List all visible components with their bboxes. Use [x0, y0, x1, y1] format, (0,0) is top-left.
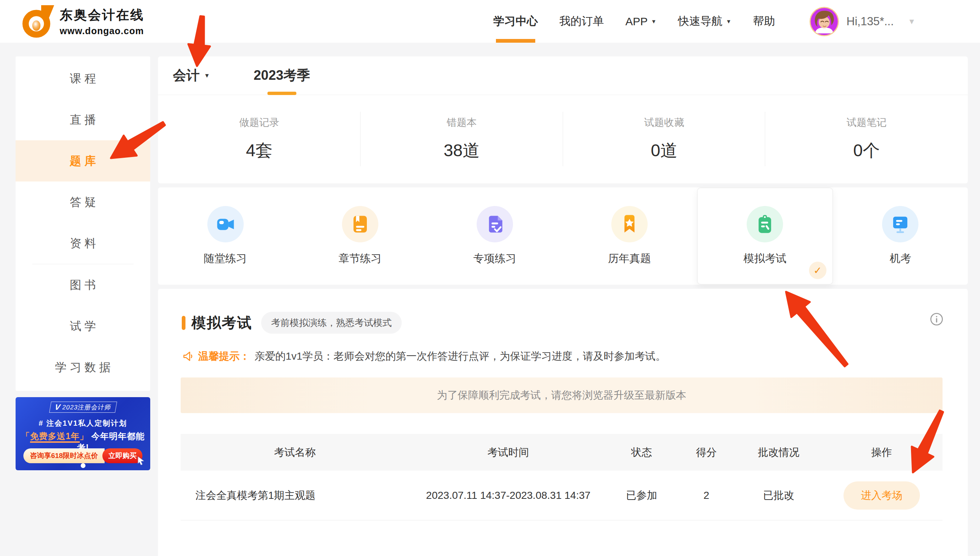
- mode-computer-exam[interactable]: 机考: [833, 187, 968, 284]
- sidebar-item-question-bank[interactable]: 题 库: [16, 140, 150, 181]
- avatar[interactable]: [809, 6, 839, 36]
- selected-check-icon: ✓: [809, 262, 827, 279]
- book-icon: [342, 206, 378, 242]
- consult-button[interactable]: 咨询享618限时冰点价: [23, 448, 105, 463]
- nav-label: 学习中心: [493, 14, 538, 29]
- mode-chapter-practice[interactable]: 章节练习: [293, 187, 427, 284]
- tip-row: 温馨提示： 亲爱的1v1学员：老师会对您的第一次作答进行点评，为保证学习进度，请…: [182, 349, 968, 364]
- header-score: 得分: [676, 445, 737, 459]
- mode-label: 历年真题: [608, 251, 651, 266]
- chevron-down-icon: ▼: [651, 18, 656, 24]
- stat-wrong-questions[interactable]: 错题本 38道: [361, 95, 563, 183]
- top-header: 东奥会计在线 www.dongao.com 学习中心 我的订单 APP ▼ 快速…: [0, 0, 980, 43]
- video-icon: [207, 206, 244, 242]
- stat-value: 4套: [246, 139, 272, 162]
- header-action: 操作: [820, 445, 943, 459]
- megaphone-icon: [182, 351, 193, 362]
- header-status: 状态: [607, 445, 676, 459]
- sidebar-item-label: 图 书: [70, 277, 96, 293]
- stat-favorites[interactable]: 试题收藏 0道: [563, 95, 766, 183]
- browser-upgrade-notice: 为了保障顺利完成考试，请您将浏览器升级至最新版本: [181, 377, 943, 413]
- sidebar-item-study-data[interactable]: 学 习 数 据: [16, 347, 150, 388]
- sidebar-item-courses[interactable]: 课 程: [16, 58, 150, 99]
- buy-now-button[interactable]: 立即购买: [102, 448, 142, 463]
- cell-status: 已参加: [607, 488, 676, 503]
- stat-value: 0个: [853, 139, 880, 162]
- mock-exam-section: 模拟考试 考前模拟演练，熟悉考试模式 温馨提示： 亲爱的1v1学员：老师会对您的…: [158, 289, 968, 556]
- sidebar: 课 程 直 播 题 库 答 疑 资 料 图 书 试 学 学 习 数 据: [16, 57, 150, 391]
- nav-help[interactable]: 帮助: [753, 0, 775, 43]
- nav-my-orders[interactable]: 我的订单: [559, 0, 604, 43]
- promo-banner[interactable]: V 2023注册会计师 # 注会1V1私人定制计划 「免费多送1年」 今年明年都…: [16, 397, 150, 470]
- stat-value: 0道: [651, 139, 678, 162]
- sidebar-item-label: 资 料: [70, 236, 96, 251]
- nav-app[interactable]: APP ▼: [625, 0, 656, 43]
- tip-text: 亲爱的1v1学员：老师会对您的第一次作答进行点评，为保证学习进度，请及时参加考试…: [255, 349, 666, 364]
- cell-action: 进入考场: [820, 482, 943, 510]
- mode-mock-exam[interactable]: 模拟考试 ✓: [697, 187, 833, 284]
- mode-label: 章节练习: [338, 251, 382, 266]
- mode-label: 模拟考试: [743, 251, 787, 266]
- cell-exam-time: 2023.07.11 14:37-2023.08.31 14:37: [409, 490, 607, 501]
- sidebar-item-label: 答 疑: [70, 194, 96, 210]
- cell-grading: 已批改: [737, 488, 820, 503]
- sidebar-item-trial[interactable]: 试 学: [16, 305, 150, 347]
- section-title: 模拟考试: [192, 313, 252, 333]
- chevron-down-icon[interactable]: ▼: [908, 17, 916, 26]
- sidebar-item-label: 题 库: [70, 153, 96, 169]
- document-check-icon: [477, 206, 513, 242]
- chevron-down-icon: ▼: [726, 18, 732, 24]
- sidebar-item-live[interactable]: 直 播: [16, 99, 150, 140]
- sidebar-item-label: 直 播: [70, 112, 96, 128]
- enter-exam-button[interactable]: 进入考场: [843, 482, 920, 510]
- table-header: 考试名称 考试时间 状态 得分 批改情况 操作: [181, 434, 943, 470]
- user-greeting: Hi,135*...: [846, 15, 894, 28]
- promo-badge: V 2023注册会计师: [49, 402, 117, 413]
- sidebar-item-materials[interactable]: 资 料: [16, 223, 150, 264]
- header-exam-time: 考试时间: [409, 445, 607, 459]
- nav-label: APP: [625, 15, 648, 28]
- page: 东奥会计在线 www.dongao.com 学习中心 我的订单 APP ▼ 快速…: [0, 0, 980, 556]
- notice-text: 为了保障顺利完成考试，请您将浏览器升级至最新版本: [437, 388, 686, 402]
- subject-label: 会计: [173, 66, 200, 85]
- clipboard-icon: [747, 206, 783, 242]
- nav-learning-center[interactable]: 学习中心: [493, 0, 538, 43]
- nav-quick-nav[interactable]: 快速导航 ▼: [678, 0, 732, 43]
- info-icon[interactable]: [930, 312, 943, 326]
- mode-label: 随堂练习: [204, 251, 247, 266]
- sidebar-item-label: 课 程: [70, 71, 96, 86]
- cell-score: 2: [676, 490, 737, 501]
- sidebar-item-label: 学 习 数 据: [55, 360, 111, 375]
- tab-season-2023[interactable]: 2023考季: [254, 57, 310, 95]
- stat-notes[interactable]: 试题笔记 0个: [765, 95, 968, 183]
- tabs-stats-card: 会计 ▼ 2023考季 做题记录 4套 错题本 38道 试题收藏 0道 试题笔记: [158, 57, 968, 183]
- buy-now-label: 立即购买: [108, 451, 137, 461]
- mode-special-practice[interactable]: 专项练习: [427, 187, 562, 284]
- sidebar-item-books[interactable]: 图 书: [16, 264, 150, 305]
- promo-cta: 咨询享618限时冰点价 立即购买: [16, 448, 150, 463]
- cell-exam-name: 注会全真模考第1期主观题: [181, 488, 409, 503]
- carousel-dot[interactable]: [81, 463, 85, 468]
- section-accent-bar: [182, 316, 185, 330]
- exam-table: 考试名称 考试时间 状态 得分 批改情况 操作 注会全真模考第1期主观题 202…: [181, 434, 943, 520]
- header-exam-name: 考试名称: [181, 445, 409, 459]
- user-menu[interactable]: Hi,135*... ▼: [809, 0, 916, 43]
- promo-badge-text: 2023注册会计师: [61, 403, 112, 412]
- mode-classroom-practice[interactable]: 随堂练习: [158, 187, 293, 284]
- subject-dropdown[interactable]: 会计 ▼: [173, 66, 210, 85]
- mode-label: 专项练习: [473, 251, 516, 266]
- season-label: 2023考季: [254, 66, 310, 85]
- section-subtitle-badge: 考前模拟演练，熟悉考试模式: [261, 312, 402, 334]
- brand-logo[interactable]: 东奥会计在线 www.dongao.com: [20, 4, 144, 38]
- stat-practice-records[interactable]: 做题记录 4套: [158, 95, 361, 183]
- section-header: 模拟考试 考前模拟演练，熟悉考试模式: [182, 312, 968, 334]
- sidebar-item-label: 试 学: [70, 318, 96, 334]
- mode-past-exams[interactable]: 历年真题: [563, 187, 697, 284]
- top-navigation: 学习中心 我的订单 APP ▼ 快速导航 ▼ 帮助: [493, 0, 775, 43]
- brand-text: 东奥会计在线 www.dongao.com: [60, 6, 144, 36]
- brand-url: www.dongao.com: [60, 26, 144, 36]
- sidebar-item-qa[interactable]: 答 疑: [16, 181, 150, 223]
- promo-line1: # 注会1V1私人定制计划: [16, 418, 150, 428]
- stat-label: 试题笔记: [846, 116, 887, 129]
- stat-value: 38道: [444, 139, 480, 162]
